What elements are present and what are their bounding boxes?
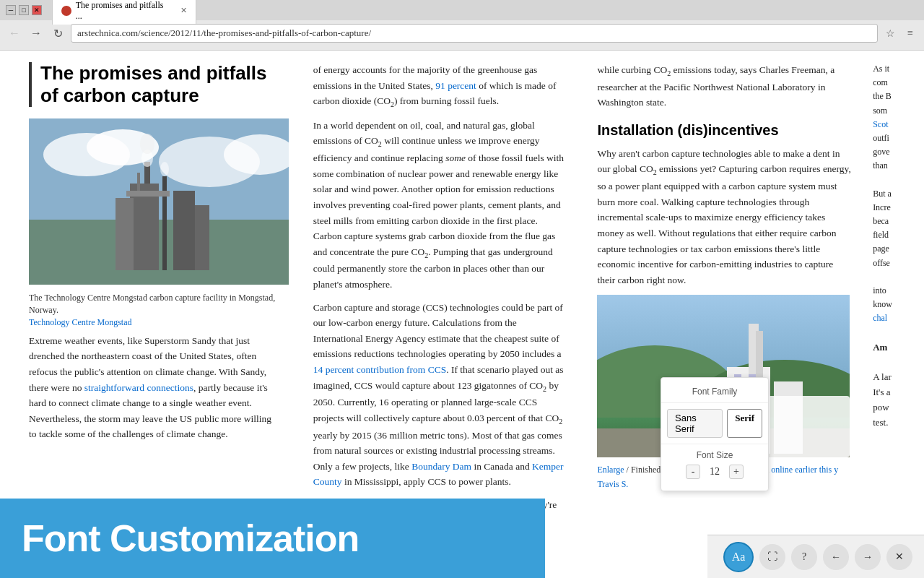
right-intro: while curbing CO2 emissions today, says …	[597, 62, 853, 111]
url-display: arstechnica.com/science/2012/11/the-prom…	[77, 27, 371, 39]
far-right-text: As itcomthe BsomScotoutfigovethanBut aIn…	[873, 62, 918, 326]
nav-bar: ← → ↻ arstechnica.com/science/2012/11/th…	[0, 20, 924, 46]
font-popup-options: Sans Serif Serif	[661, 403, 768, 444]
browser-chrome: ─ □ ✕ The promises and pitfalls ... ✕ ← …	[0, 0, 924, 51]
reload-button[interactable]: ↻	[49, 25, 66, 42]
14-percent-link[interactable]: 14 percent contribution from CCS	[313, 364, 446, 375]
article-title: The promises and pitfalls of carbon capt…	[29, 62, 282, 107]
far-right-column: As itcomthe BsomScotoutfigovethanBut aIn…	[867, 51, 924, 578]
next-article-button[interactable]: →	[855, 544, 881, 570]
far-right-more: Am A larIt's apowtest.	[873, 340, 918, 431]
mid-p2: In a world dependent on oil, coal, and n…	[313, 118, 569, 293]
installation-heading: Installation (dis)incentives	[597, 122, 853, 139]
bookmark-star-icon[interactable]: ☆	[882, 25, 898, 41]
tab-favicon	[61, 6, 71, 16]
svg-point-16	[140, 134, 154, 154]
font-size-section: Font Size - 12 +	[661, 444, 768, 485]
tab-title: The promises and pitfalls ...	[76, 0, 170, 22]
article-image	[29, 118, 289, 285]
next-icon: →	[863, 551, 873, 563]
prev-icon: ←	[831, 551, 841, 563]
close-reader-button[interactable]: ✕	[886, 544, 912, 570]
serif-option[interactable]: Serif	[727, 409, 762, 438]
sans-serif-option[interactable]: Sans Serif	[667, 409, 723, 438]
article-paragraph-1: Extreme weather events, like Superstorm …	[29, 333, 282, 442]
bottom-toolbar: Aa ⛶ ? ← → ✕	[707, 535, 924, 578]
image-link[interactable]: Technology Centre Mongstad	[29, 317, 131, 327]
nav-icons: ☆ ≡	[882, 25, 918, 41]
close-icon: ✕	[895, 551, 904, 563]
svg-rect-9	[116, 198, 134, 270]
minimize-button[interactable]: ─	[6, 5, 16, 15]
prev-article-button[interactable]: ←	[823, 544, 849, 570]
svg-point-15	[160, 162, 169, 176]
window-controls: ─ □ ✕	[6, 5, 42, 15]
font-customize-button[interactable]: Aa	[723, 542, 754, 572]
svg-rect-11	[195, 205, 209, 270]
fullscreen-icon: ⛶	[767, 551, 777, 563]
enlarge-link[interactable]: Enlarge	[597, 465, 624, 475]
mid-p3: Carbon capture and storage (CCS) technol…	[313, 300, 569, 490]
image-caption: The Technology Centre Mongstad carbon ca…	[29, 292, 282, 328]
font-popup-title: Font Family	[661, 384, 768, 403]
url-domain: arstechnica.com	[77, 27, 138, 38]
settings-icon[interactable]: ≡	[902, 25, 918, 41]
chal-link[interactable]: chal	[873, 313, 887, 323]
mid-p1: of energy accounts for the majority of t…	[313, 62, 569, 111]
svg-rect-8	[162, 176, 167, 270]
right-column: while curbing CO2 emissions today, says …	[583, 51, 867, 578]
right-p1: Why aren't carbon capture technologies a…	[597, 146, 853, 288]
back-button[interactable]: ←	[6, 25, 23, 42]
font-btn-label: Aa	[732, 551, 746, 564]
help-icon: ?	[802, 551, 806, 563]
caption-text: The Technology Centre Mongstad carbon ca…	[29, 293, 275, 315]
91-percent-link[interactable]: 91 percent	[435, 80, 476, 91]
decrease-font-button[interactable]: -	[686, 465, 700, 479]
help-button[interactable]: ?	[791, 544, 817, 570]
forward-button[interactable]: →	[27, 25, 45, 42]
no-connections-link[interactable]: straightforward connections	[84, 382, 193, 393]
article-body: Extreme weather events, like Superstorm …	[29, 333, 282, 442]
font-popup: Font Family Sans Serif Serif Font Size -…	[661, 377, 769, 491]
address-bar[interactable]: arstechnica.com/science/2012/11/the-prom…	[71, 24, 878, 43]
close-window-button[interactable]: ✕	[32, 5, 42, 15]
svg-rect-13	[137, 173, 140, 191]
title-bar: ─ □ ✕ The promises and pitfalls ... ✕	[0, 0, 924, 20]
font-customization-text: Font Customization	[22, 517, 359, 560]
svg-rect-12	[126, 191, 170, 197]
svg-rect-10	[173, 191, 195, 270]
browser-tab[interactable]: The promises and pitfalls ... ✕	[52, 0, 196, 25]
boundary-dam-link[interactable]: Boundary Dam	[411, 461, 471, 472]
url-path: /science/2012/11/the-promises-and-pitfal…	[138, 27, 371, 38]
maximize-button[interactable]: □	[19, 5, 29, 15]
font-customization-overlay: Font Customization	[0, 499, 545, 578]
online-earlier-link[interactable]: online earlier this y	[771, 465, 838, 475]
tab-close-button[interactable]: ✕	[180, 6, 187, 15]
fullscreen-button[interactable]: ⛶	[759, 544, 785, 570]
increase-font-button[interactable]: +	[729, 465, 744, 479]
scot-link[interactable]: Scot	[873, 119, 888, 129]
font-size-value: 12	[707, 466, 722, 478]
font-size-label: Font Size	[667, 450, 762, 460]
article-image-svg	[29, 118, 289, 285]
travis-link[interactable]: Travis S.	[597, 479, 628, 489]
font-size-controls: - 12 +	[667, 465, 762, 479]
